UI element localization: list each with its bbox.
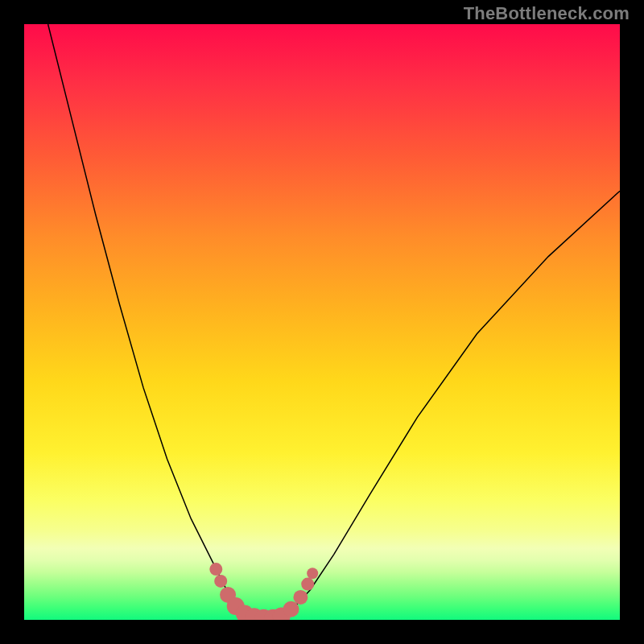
left-arm-path xyxy=(48,24,251,617)
curve-layer xyxy=(24,24,620,620)
bead-marker xyxy=(301,578,314,591)
bead-marker xyxy=(209,563,222,576)
right-arm-path xyxy=(280,191,620,616)
bead-marker xyxy=(214,575,227,588)
bead-group xyxy=(209,563,318,620)
bead-marker xyxy=(293,590,308,605)
bead-marker xyxy=(283,601,299,617)
bead-marker xyxy=(307,568,318,579)
watermark-text: TheBottleneck.com xyxy=(464,3,630,24)
chart-frame: TheBottleneck.com xyxy=(0,0,644,644)
plot-area xyxy=(24,24,620,620)
